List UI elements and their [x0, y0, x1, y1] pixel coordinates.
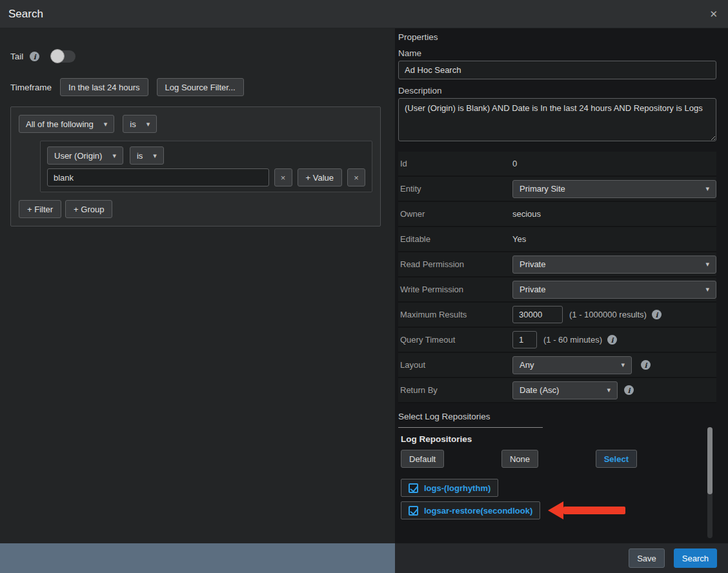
properties-heading: Properties — [398, 32, 716, 42]
name-label: Name — [398, 48, 716, 58]
chevron-down-icon: ▾ — [112, 152, 116, 160]
dialog-titlebar: Search ✕ — [0, 0, 728, 28]
chevron-down-icon: ▾ — [705, 185, 709, 193]
search-dialog: Search ✕ Tail i Timeframe In the last 24… — [0, 0, 728, 573]
toggle-knob-icon — [50, 49, 65, 63]
remove-rule-button[interactable]: × — [347, 168, 365, 186]
footer-actions: Save Search — [629, 543, 728, 573]
query-timeout-note: (1 - 60 minutes) — [543, 335, 602, 345]
layout-select[interactable]: Any ▾ — [512, 356, 632, 374]
value-input[interactable] — [47, 168, 269, 186]
query-timeout-input[interactable] — [512, 331, 537, 348]
property-row-id: Id 0 — [398, 152, 716, 177]
timeframe-button[interactable]: In the last 24 hours — [60, 78, 148, 96]
name-input[interactable] — [398, 61, 716, 79]
repo-list: logs-(logrhythm) logsar-restore(secondlo… — [401, 479, 716, 519]
repo-label: logsar-restore(secondlook) — [424, 506, 532, 516]
arrow-tail-icon — [563, 507, 625, 514]
repo-item-row: logsar-restore(secondlook) — [401, 501, 625, 519]
properties-table: Id 0 Entity Primary Site ▾ Owner secious… — [398, 152, 716, 403]
scrollbar[interactable] — [707, 427, 713, 538]
info-icon: i — [624, 385, 634, 395]
chevron-down-icon: ▾ — [153, 152, 157, 160]
remove-value-button[interactable]: × — [274, 168, 292, 186]
log-repositories-box: Log Repositories Default None Select log… — [398, 429, 716, 538]
entity-select[interactable]: Primary Site ▾ — [512, 180, 716, 198]
add-filter-button[interactable]: + Filter — [19, 200, 61, 218]
timeframe-label: Timeframe — [10, 83, 52, 92]
info-icon: i — [652, 310, 662, 319]
filter-actions: + Filter + Group — [19, 200, 372, 218]
operator-dropdown[interactable]: is ▾ — [130, 146, 164, 165]
property-row-return-by: Return By Date (Asc) ▾ i — [398, 378, 716, 403]
info-icon: i — [607, 335, 617, 345]
tail-label: Tail — [10, 52, 23, 61]
repo-box-top-border — [398, 427, 543, 428]
save-button[interactable]: Save — [629, 548, 665, 568]
max-results-input[interactable] — [512, 306, 563, 323]
dialog-footer: Save Search — [0, 543, 728, 573]
property-row-editable: Editable Yes — [398, 227, 716, 252]
property-row-entity: Entity Primary Site ▾ — [398, 177, 716, 202]
property-row-layout: Layout Any ▾ i — [398, 353, 716, 378]
write-permission-select[interactable]: Private ▾ — [512, 281, 716, 299]
info-icon: i — [641, 360, 651, 370]
log-repositories-title: Log Repositories — [401, 434, 716, 444]
info-icon: i — [30, 52, 39, 61]
add-value-button[interactable]: + Value — [298, 168, 343, 186]
editable-value: Yes — [512, 234, 526, 244]
log-source-filter-button[interactable]: Log Source Filter... — [157, 78, 244, 96]
background-underlay — [0, 543, 395, 573]
property-row-read-permission: Read Permission Private ▾ — [398, 252, 716, 277]
field-dropdown[interactable]: User (Origin) ▾ — [47, 146, 123, 165]
checkbox-checked-icon[interactable] — [409, 483, 418, 493]
description-input[interactable]: (User (Origin) is Blank) AND Date is In … — [398, 98, 716, 141]
dialog-title: Search — [8, 8, 43, 21]
chevron-down-icon: ▾ — [147, 120, 150, 128]
select-button[interactable]: Select — [596, 450, 637, 468]
default-button[interactable]: Default — [401, 450, 444, 468]
property-row-query-timeout: Query Timeout (1 - 60 minutes) i — [398, 328, 716, 353]
repo-item-row: logs-(logrhythm) — [401, 479, 498, 497]
tail-row: Tail i — [10, 50, 385, 63]
property-row-owner: Owner secious — [398, 202, 716, 227]
repo-label: logs-(logrhythm) — [424, 483, 490, 493]
tail-toggle[interactable] — [51, 50, 76, 63]
owner-value: secious — [512, 209, 541, 219]
search-criteria-pane: Tail i Timeframe In the last 24 hours Lo… — [0, 28, 395, 543]
chevron-down-icon: ▾ — [104, 120, 108, 128]
timeframe-row: Timeframe In the last 24 hours Log Sourc… — [10, 78, 385, 96]
select-log-repositories-heading: Select Log Repositories — [398, 412, 716, 421]
filter-builder: All of the following ▾ is ▾ User (Origin… — [10, 106, 381, 226]
filter-rule-header: User (Origin) ▾ is ▾ — [47, 146, 365, 165]
chevron-down-icon: ▾ — [607, 386, 611, 394]
repo-buttons-row: Default None Select — [401, 450, 637, 468]
add-group-button[interactable]: + Group — [65, 200, 112, 218]
chevron-down-icon: ▾ — [705, 260, 709, 268]
read-permission-select[interactable]: Private ▾ — [512, 256, 716, 274]
id-value: 0 — [512, 159, 517, 168]
chevron-down-icon: ▾ — [621, 361, 625, 369]
filter-rule-group: User (Origin) ▾ is ▾ × + Value × — [40, 141, 372, 192]
max-results-note: (1 - 1000000 results) — [569, 310, 647, 319]
checkbox-checked-icon[interactable] — [409, 506, 418, 516]
group-operator-dropdown[interactable]: All of the following ▾ — [19, 115, 114, 133]
repo-item[interactable]: logs-(logrhythm) — [401, 479, 498, 497]
filter-rule-value-row: × + Value × — [47, 168, 365, 186]
property-row-write-permission: Write Permission Private ▾ — [398, 277, 716, 303]
filter-group-header: All of the following ▾ is ▾ — [19, 115, 372, 133]
scrollbar-thumb[interactable] — [707, 427, 713, 494]
group-condition-dropdown[interactable]: is ▾ — [123, 115, 157, 133]
return-by-select[interactable]: Date (Asc) ▾ — [512, 381, 618, 399]
search-button[interactable]: Search — [674, 548, 717, 568]
red-arrow-annotation — [548, 501, 625, 519]
arrow-head-icon — [548, 501, 563, 519]
none-button[interactable]: None — [501, 450, 538, 468]
chevron-down-icon: ▾ — [705, 285, 709, 294]
description-label: Description — [398, 86, 716, 96]
property-row-maximum-results: Maximum Results (1 - 1000000 results) i — [398, 303, 716, 328]
properties-panel: Properties Name Description (User (Origi… — [395, 28, 728, 543]
repo-item[interactable]: logsar-restore(secondlook) — [401, 501, 540, 519]
close-icon[interactable]: ✕ — [709, 9, 718, 19]
